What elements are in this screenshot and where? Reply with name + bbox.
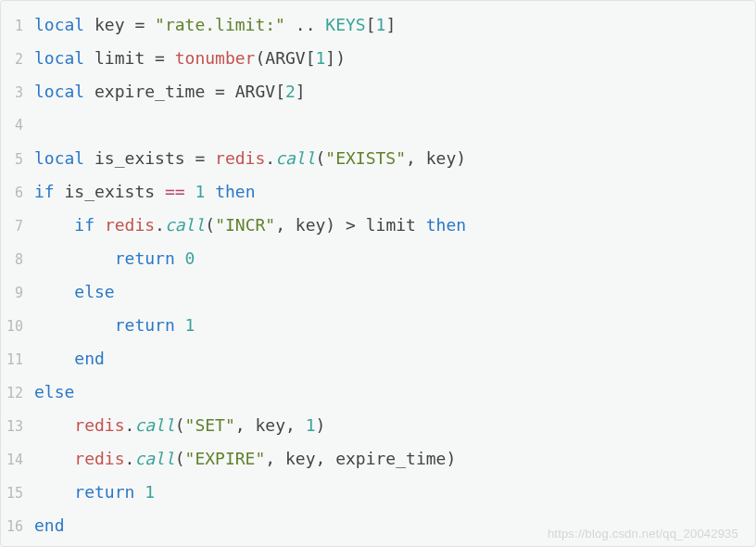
token-num: 1	[316, 48, 326, 68]
token-kw: return	[115, 248, 175, 268]
token-global: ARGV	[265, 48, 305, 68]
token-call1: redis	[74, 415, 124, 435]
token-bracket: )	[335, 48, 346, 68]
code-content: local key = "rate.limit:" .. KEYS[1]	[34, 8, 755, 42]
token-sp	[34, 415, 74, 435]
token-bracket: (	[175, 449, 185, 468]
token-sp	[335, 215, 346, 235]
token-sp	[185, 182, 195, 201]
token-bracket: ]	[325, 48, 335, 68]
code-content: return 0	[34, 242, 755, 275]
token-sp	[205, 182, 215, 201]
line-number: 2	[1, 43, 34, 76]
token-sp	[205, 82, 215, 101]
token-bracket: )	[446, 449, 456, 468]
token-sp	[316, 15, 326, 34]
token-kw: else	[34, 382, 74, 401]
code-line: 3local expire_time = ARGV[2]	[1, 75, 755, 108]
token-bracket: [	[275, 82, 285, 101]
code-line: 12else	[1, 375, 755, 409]
token-id: is_exists	[65, 182, 156, 201]
token-op: ,	[265, 449, 285, 468]
token-sp	[165, 48, 175, 68]
code-line: 1local key = "rate.limit:" .. KEYS[1]	[1, 8, 755, 42]
token-kw: if	[74, 215, 94, 235]
token-sp	[125, 15, 135, 34]
token-sp	[84, 15, 94, 34]
token-call2: call	[275, 148, 315, 168]
token-num: 1	[145, 482, 155, 502]
token-str: "EXPIRE"	[185, 449, 266, 468]
token-op: .	[265, 148, 275, 168]
token-sp	[34, 482, 74, 502]
line-number: 12	[1, 376, 34, 410]
token-call1: redis	[74, 449, 124, 468]
token-bracket: [	[306, 48, 316, 68]
token-bracket: ]	[296, 82, 306, 101]
code-content: redis.call("EXPIRE", key, expire_time)	[34, 442, 755, 476]
token-id: expire_time	[94, 82, 205, 101]
token-sp	[145, 15, 155, 34]
token-op: ,	[316, 449, 336, 468]
token-str: "rate.limit:"	[155, 15, 285, 34]
token-bracket: [	[366, 15, 376, 34]
watermark-text: https://blog.csdn.net/qq_20042935	[548, 527, 738, 541]
token-op: ,	[235, 415, 256, 435]
code-line: 4	[1, 108, 755, 142]
token-op: =	[215, 82, 225, 101]
code-line: 13 redis.call("SET", key, 1)	[1, 409, 755, 442]
token-id: key	[255, 415, 285, 435]
token-call1: redis	[105, 215, 155, 235]
token-id: key	[296, 215, 326, 235]
token-num: 2	[285, 82, 296, 101]
token-sp	[175, 315, 185, 335]
token-call2: call	[134, 449, 174, 468]
code-content: redis.call("SET", key, 1)	[34, 409, 755, 442]
token-sp	[155, 182, 165, 201]
token-call1: redis	[215, 148, 265, 168]
token-kw: local	[34, 82, 84, 101]
code-block: 1local key = "rate.limit:" .. KEYS[1]2lo…	[0, 0, 756, 547]
code-content: return 1	[34, 309, 755, 342]
token-sp	[34, 282, 74, 301]
token-str: "EXISTS"	[325, 148, 406, 168]
token-sp	[34, 248, 115, 268]
token-sp	[356, 215, 366, 235]
token-str: "SET"	[185, 415, 235, 435]
line-number: 9	[1, 276, 34, 310]
token-id: is_exists	[94, 148, 185, 168]
token-kw: return	[115, 315, 175, 335]
line-number: 1	[1, 9, 34, 43]
token-id: limit	[94, 48, 145, 68]
token-sp	[225, 82, 235, 101]
code-content: local is_exists = redis.call("EXISTS", k…	[34, 142, 755, 175]
line-number: 13	[1, 410, 34, 443]
token-num: 1	[195, 182, 205, 201]
token-call1: tonumber	[175, 48, 256, 68]
token-kw: return	[74, 482, 134, 502]
token-sp	[55, 182, 65, 201]
line-number: 14	[1, 443, 34, 477]
line-number: 6	[1, 176, 34, 210]
token-str: "INCR"	[215, 215, 275, 235]
code-line: 10 return 1	[1, 309, 755, 342]
token-op: ..	[296, 15, 316, 34]
token-num: 1	[185, 315, 195, 335]
token-op: =	[155, 48, 165, 68]
token-kw: local	[34, 15, 84, 34]
token-sp	[134, 482, 145, 502]
token-call2: call	[165, 215, 205, 235]
code-line: 7 if redis.call("INCR", key) > limit the…	[1, 209, 755, 242]
token-sp	[34, 315, 115, 335]
code-content: return 1	[34, 476, 755, 509]
token-sp	[84, 48, 94, 68]
token-sp	[416, 215, 426, 235]
code-line: 15 return 1	[1, 476, 755, 509]
token-call2: call	[134, 415, 174, 435]
token-op: =	[195, 148, 205, 168]
token-sp	[84, 148, 94, 168]
token-num: 1	[306, 415, 316, 435]
token-num: 1	[376, 15, 386, 34]
code-content: end	[34, 342, 755, 375]
token-sp	[145, 48, 155, 68]
